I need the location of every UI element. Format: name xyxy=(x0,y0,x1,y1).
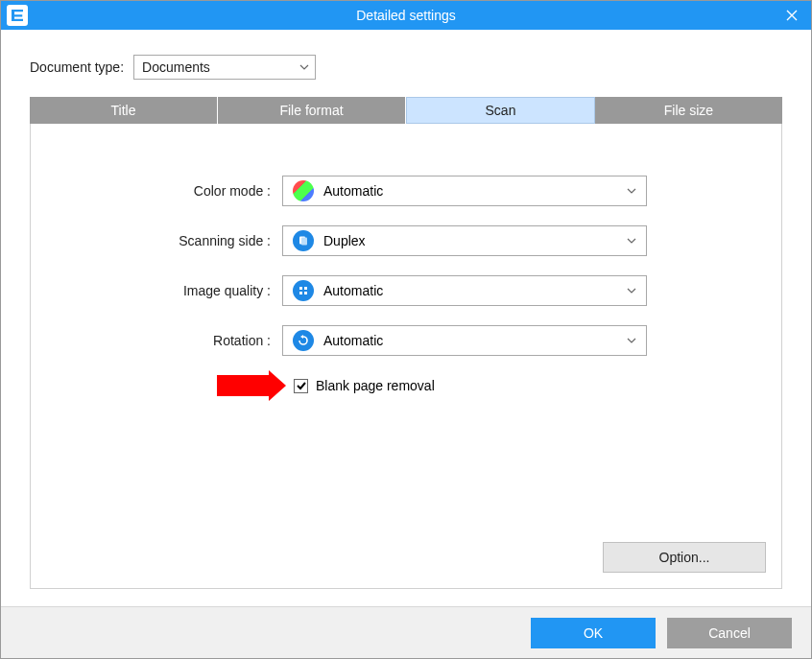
scanning-side-label: Scanning side : xyxy=(46,233,282,248)
image-quality-select[interactable]: Automatic xyxy=(282,275,647,306)
highlight-arrow-icon xyxy=(217,375,271,396)
cancel-button-label: Cancel xyxy=(708,625,751,641)
color-mode-select[interactable]: Automatic xyxy=(282,176,647,206)
chevron-down-icon xyxy=(627,177,636,205)
cancel-button[interactable]: Cancel xyxy=(667,618,792,648)
scanning-side-value: Duplex xyxy=(323,233,366,248)
document-type-label: Document type: xyxy=(30,59,124,75)
blank-page-removal-label: Blank page removal xyxy=(316,378,435,393)
svg-rect-4 xyxy=(299,292,302,294)
blank-page-removal-checkbox[interactable] xyxy=(294,379,308,393)
tab-file-size[interactable]: File size xyxy=(595,97,782,124)
scanning-side-row: Scanning side : Duplex xyxy=(46,225,766,256)
svg-rect-3 xyxy=(304,287,307,290)
ok-button[interactable]: OK xyxy=(531,618,656,648)
chevron-down-icon xyxy=(299,56,309,79)
rotation-row: Rotation : Automatic xyxy=(46,325,766,356)
image-quality-value: Automatic xyxy=(323,283,383,298)
quality-auto-icon xyxy=(293,280,314,301)
svg-rect-1 xyxy=(301,238,307,246)
rotation-auto-icon xyxy=(293,330,314,351)
tab-file-format[interactable]: File format xyxy=(218,97,406,124)
document-type-value: Documents xyxy=(142,59,210,75)
check-icon xyxy=(296,380,307,391)
svg-rect-2 xyxy=(299,287,302,290)
rotation-label: Rotation : xyxy=(46,333,282,348)
tab-title[interactable]: Title xyxy=(30,97,218,124)
tab-scan[interactable]: Scan xyxy=(406,97,595,124)
chevron-down-icon xyxy=(627,276,636,305)
auto-color-icon xyxy=(293,180,314,201)
color-mode-value: Automatic xyxy=(323,183,383,199)
rotation-select[interactable]: Automatic xyxy=(282,325,647,356)
dialog-footer: OK Cancel xyxy=(1,606,811,658)
document-type-row: Document type: Documents xyxy=(30,55,811,80)
rotation-value: Automatic xyxy=(323,333,383,348)
color-mode-label: Color mode : xyxy=(46,183,282,199)
close-icon[interactable] xyxy=(773,1,811,30)
chevron-down-icon xyxy=(627,326,636,355)
duplex-icon xyxy=(293,230,314,251)
color-mode-row: Color mode : Automatic xyxy=(46,176,766,206)
titlebar: Detailed settings xyxy=(1,1,811,30)
scan-panel: Color mode : Automatic Scanning side : D… xyxy=(30,124,782,589)
tabs: Title File format Scan File size xyxy=(30,97,782,124)
option-button[interactable]: Option... xyxy=(603,542,766,573)
blank-page-removal-row: Blank page removal xyxy=(46,375,766,396)
chevron-down-icon xyxy=(627,226,636,255)
image-quality-label: Image quality : xyxy=(46,283,282,298)
svg-rect-5 xyxy=(304,292,307,294)
annotation-arrow-area xyxy=(46,375,294,396)
window-title: Detailed settings xyxy=(1,8,811,23)
document-type-select[interactable]: Documents xyxy=(133,55,316,80)
scanning-side-select[interactable]: Duplex xyxy=(282,225,647,256)
image-quality-row: Image quality : Automatic xyxy=(46,275,766,306)
option-button-label: Option... xyxy=(659,550,710,565)
ok-button-label: OK xyxy=(584,625,603,641)
